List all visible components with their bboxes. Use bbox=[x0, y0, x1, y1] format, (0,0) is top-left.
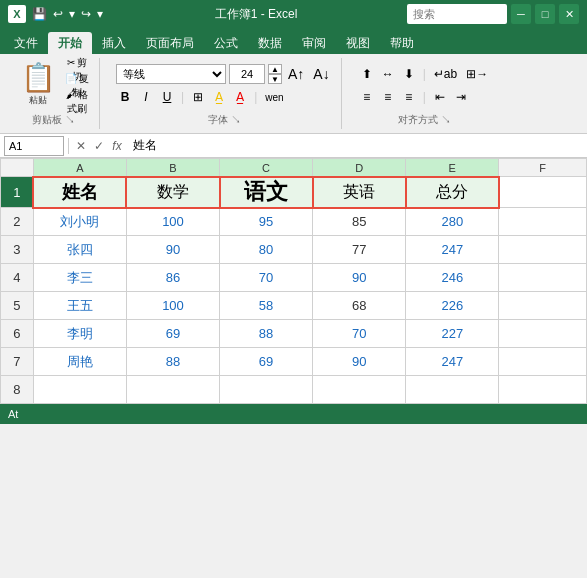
cell-f1[interactable] bbox=[499, 177, 587, 208]
cell-f5[interactable] bbox=[499, 292, 587, 320]
underline-button[interactable]: U bbox=[158, 87, 176, 107]
paste-button[interactable]: 📋 粘贴 bbox=[16, 62, 60, 110]
row-num-1[interactable]: 1 bbox=[1, 177, 34, 208]
tab-home[interactable]: 开始 bbox=[48, 32, 92, 54]
cell-a7[interactable]: 周艳 bbox=[33, 348, 126, 376]
font-size-decrease-button[interactable]: ▼ bbox=[268, 74, 282, 84]
cell-c3[interactable]: 80 bbox=[220, 236, 313, 264]
undo-button[interactable]: ↩ bbox=[51, 5, 65, 23]
font-shrink-button[interactable]: A↓ bbox=[310, 64, 332, 84]
cell-a1[interactable]: 姓名 bbox=[33, 177, 126, 208]
cell-c8[interactable] bbox=[220, 376, 313, 404]
cell-f6[interactable] bbox=[499, 320, 587, 348]
cell-f2[interactable] bbox=[499, 208, 587, 236]
col-header-a[interactable]: A bbox=[33, 159, 126, 177]
italic-button[interactable]: I bbox=[137, 87, 155, 107]
cell-c5[interactable]: 58 bbox=[220, 292, 313, 320]
cell-c2[interactable]: 95 bbox=[220, 208, 313, 236]
maximize-button[interactable]: □ bbox=[535, 4, 555, 24]
cell-c1[interactable]: 语文 bbox=[220, 177, 313, 208]
font-grow-button[interactable]: A↑ bbox=[285, 64, 307, 84]
row-num-2[interactable]: 2 bbox=[1, 208, 34, 236]
cell-b7[interactable]: 88 bbox=[126, 348, 219, 376]
font-size-input[interactable] bbox=[229, 64, 265, 84]
cell-c6[interactable]: 88 bbox=[220, 320, 313, 348]
cell-b5[interactable]: 100 bbox=[126, 292, 219, 320]
tab-insert[interactable]: 插入 bbox=[92, 32, 136, 54]
col-header-e[interactable]: E bbox=[406, 159, 499, 177]
border-button[interactable]: ⊞ bbox=[189, 87, 207, 107]
col-header-c[interactable]: C bbox=[220, 159, 313, 177]
search-input[interactable] bbox=[407, 4, 507, 24]
row-num-3[interactable]: 3 bbox=[1, 236, 34, 264]
cell-b3[interactable]: 90 bbox=[126, 236, 219, 264]
cell-d5[interactable]: 68 bbox=[313, 292, 406, 320]
formula-input[interactable] bbox=[129, 136, 583, 156]
save-button[interactable]: 💾 bbox=[30, 5, 49, 23]
cell-c4[interactable]: 70 bbox=[220, 264, 313, 292]
cell-a5[interactable]: 王五 bbox=[33, 292, 126, 320]
wen-button[interactable]: wen bbox=[262, 87, 286, 107]
close-button[interactable]: ✕ bbox=[559, 4, 579, 24]
align-bottom-button[interactable]: ⬇ bbox=[400, 64, 418, 84]
cell-e1[interactable]: 总分 bbox=[406, 177, 499, 208]
tab-formulas[interactable]: 公式 bbox=[204, 32, 248, 54]
cell-b4[interactable]: 86 bbox=[126, 264, 219, 292]
tab-help[interactable]: 帮助 bbox=[380, 32, 424, 54]
cell-f8[interactable] bbox=[499, 376, 587, 404]
align-left-button[interactable]: ≡ bbox=[358, 87, 376, 107]
cell-b6[interactable]: 69 bbox=[126, 320, 219, 348]
cell-d1[interactable]: 英语 bbox=[313, 177, 406, 208]
cell-e4[interactable]: 246 bbox=[406, 264, 499, 292]
tab-page-layout[interactable]: 页面布局 bbox=[136, 32, 204, 54]
cell-e8[interactable] bbox=[406, 376, 499, 404]
col-header-b[interactable]: B bbox=[126, 159, 219, 177]
row-num-7[interactable]: 7 bbox=[1, 348, 34, 376]
align-middle-button[interactable]: ↔ bbox=[379, 64, 397, 84]
bold-button[interactable]: B bbox=[116, 87, 134, 107]
cell-f7[interactable] bbox=[499, 348, 587, 376]
cell-e7[interactable]: 247 bbox=[406, 348, 499, 376]
cell-a8[interactable] bbox=[33, 376, 126, 404]
cell-f4[interactable] bbox=[499, 264, 587, 292]
customize-quick-access[interactable]: ▾ bbox=[95, 5, 105, 23]
fill-color-button[interactable]: A̲ bbox=[210, 87, 228, 107]
tab-file[interactable]: 文件 bbox=[4, 32, 48, 54]
cell-d3[interactable]: 77 bbox=[313, 236, 406, 264]
cell-d4[interactable]: 90 bbox=[313, 264, 406, 292]
row-num-6[interactable]: 6 bbox=[1, 320, 34, 348]
cell-e5[interactable]: 226 bbox=[406, 292, 499, 320]
font-color-button[interactable]: A̲ bbox=[231, 87, 249, 107]
tab-review[interactable]: 审阅 bbox=[292, 32, 336, 54]
tab-data[interactable]: 数据 bbox=[248, 32, 292, 54]
format-painter-button[interactable]: 🖌 格式刷 bbox=[63, 95, 91, 109]
cell-a2[interactable]: 刘小明 bbox=[33, 208, 126, 236]
wrap-text-button[interactable]: ↵ab bbox=[431, 64, 460, 84]
cell-d7[interactable]: 90 bbox=[313, 348, 406, 376]
cell-e3[interactable]: 247 bbox=[406, 236, 499, 264]
cell-a3[interactable]: 张四 bbox=[33, 236, 126, 264]
cell-e2[interactable]: 280 bbox=[406, 208, 499, 236]
cell-a4[interactable]: 李三 bbox=[33, 264, 126, 292]
row-num-4[interactable]: 4 bbox=[1, 264, 34, 292]
cell-b2[interactable]: 100 bbox=[126, 208, 219, 236]
align-center-button[interactable]: ≡ bbox=[379, 87, 397, 107]
cell-c7[interactable]: 69 bbox=[220, 348, 313, 376]
insert-function-icon[interactable]: fx bbox=[109, 138, 125, 154]
tab-view[interactable]: 视图 bbox=[336, 32, 380, 54]
increase-indent-button[interactable]: ⇥ bbox=[452, 87, 470, 107]
cell-b8[interactable] bbox=[126, 376, 219, 404]
col-header-d[interactable]: D bbox=[313, 159, 406, 177]
cell-reference-box[interactable]: A1 bbox=[4, 136, 64, 156]
font-family-select[interactable]: 等线 bbox=[116, 64, 226, 84]
col-header-f[interactable]: F bbox=[499, 159, 587, 177]
cell-d6[interactable]: 70 bbox=[313, 320, 406, 348]
cell-d2[interactable]: 85 bbox=[313, 208, 406, 236]
redo-button[interactable]: ↪ bbox=[79, 5, 93, 23]
undo-dropdown[interactable]: ▾ bbox=[67, 5, 77, 23]
minimize-button[interactable]: ─ bbox=[511, 4, 531, 24]
cell-e6[interactable]: 227 bbox=[406, 320, 499, 348]
confirm-formula-icon[interactable]: ✓ bbox=[91, 138, 107, 154]
row-num-5[interactable]: 5 bbox=[1, 292, 34, 320]
row-num-8[interactable]: 8 bbox=[1, 376, 34, 404]
